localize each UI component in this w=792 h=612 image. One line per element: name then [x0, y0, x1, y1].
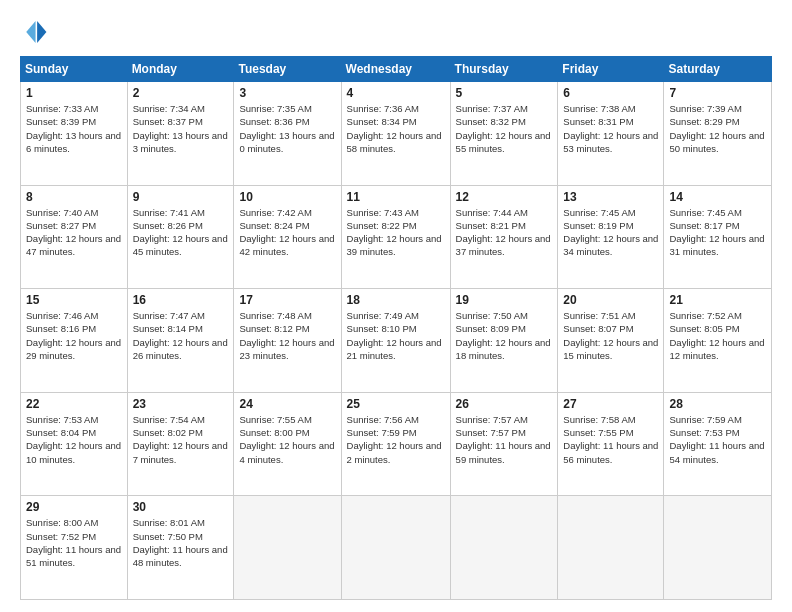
day-detail: Sunrise: 7:33 AMSunset: 8:39 PMDaylight:…: [26, 102, 122, 155]
day-number: 7: [669, 86, 766, 100]
day-number: 24: [239, 397, 335, 411]
calendar-day-cell: 25Sunrise: 7:56 AMSunset: 7:59 PMDayligh…: [341, 392, 450, 496]
day-number: 10: [239, 190, 335, 204]
day-detail: Sunrise: 7:39 AMSunset: 8:29 PMDaylight:…: [669, 102, 766, 155]
day-number: 19: [456, 293, 553, 307]
day-detail: Sunrise: 7:49 AMSunset: 8:10 PMDaylight:…: [347, 309, 445, 362]
calendar-day-cell: [450, 496, 558, 600]
calendar-weekday-header: Saturday: [664, 57, 772, 82]
calendar-day-cell: 12Sunrise: 7:44 AMSunset: 8:21 PMDayligh…: [450, 185, 558, 289]
calendar-week-row: 22Sunrise: 7:53 AMSunset: 8:04 PMDayligh…: [21, 392, 772, 496]
calendar-day-cell: 9Sunrise: 7:41 AMSunset: 8:26 PMDaylight…: [127, 185, 234, 289]
day-number: 1: [26, 86, 122, 100]
calendar-day-cell: 28Sunrise: 7:59 AMSunset: 7:53 PMDayligh…: [664, 392, 772, 496]
day-detail: Sunrise: 7:56 AMSunset: 7:59 PMDaylight:…: [347, 413, 445, 466]
calendar-day-cell: 11Sunrise: 7:43 AMSunset: 8:22 PMDayligh…: [341, 185, 450, 289]
day-number: 4: [347, 86, 445, 100]
calendar-day-cell: 15Sunrise: 7:46 AMSunset: 8:16 PMDayligh…: [21, 289, 128, 393]
calendar-day-cell: 21Sunrise: 7:52 AMSunset: 8:05 PMDayligh…: [664, 289, 772, 393]
day-detail: Sunrise: 8:01 AMSunset: 7:50 PMDaylight:…: [133, 516, 229, 569]
day-detail: Sunrise: 7:37 AMSunset: 8:32 PMDaylight:…: [456, 102, 553, 155]
day-number: 28: [669, 397, 766, 411]
day-detail: Sunrise: 7:43 AMSunset: 8:22 PMDaylight:…: [347, 206, 445, 259]
day-detail: Sunrise: 8:00 AMSunset: 7:52 PMDaylight:…: [26, 516, 122, 569]
calendar-header-row: SundayMondayTuesdayWednesdayThursdayFrid…: [21, 57, 772, 82]
day-number: 30: [133, 500, 229, 514]
day-detail: Sunrise: 7:53 AMSunset: 8:04 PMDaylight:…: [26, 413, 122, 466]
day-detail: Sunrise: 7:54 AMSunset: 8:02 PMDaylight:…: [133, 413, 229, 466]
day-number: 17: [239, 293, 335, 307]
day-detail: Sunrise: 7:45 AMSunset: 8:19 PMDaylight:…: [563, 206, 658, 259]
calendar-day-cell: 24Sunrise: 7:55 AMSunset: 8:00 PMDayligh…: [234, 392, 341, 496]
calendar-day-cell: 18Sunrise: 7:49 AMSunset: 8:10 PMDayligh…: [341, 289, 450, 393]
logo: [20, 18, 52, 46]
day-detail: Sunrise: 7:36 AMSunset: 8:34 PMDaylight:…: [347, 102, 445, 155]
calendar-day-cell: 2Sunrise: 7:34 AMSunset: 8:37 PMDaylight…: [127, 82, 234, 186]
calendar-weekday-header: Tuesday: [234, 57, 341, 82]
calendar-day-cell: 23Sunrise: 7:54 AMSunset: 8:02 PMDayligh…: [127, 392, 234, 496]
day-detail: Sunrise: 7:51 AMSunset: 8:07 PMDaylight:…: [563, 309, 658, 362]
day-number: 15: [26, 293, 122, 307]
calendar-day-cell: 14Sunrise: 7:45 AMSunset: 8:17 PMDayligh…: [664, 185, 772, 289]
day-detail: Sunrise: 7:57 AMSunset: 7:57 PMDaylight:…: [456, 413, 553, 466]
calendar-weekday-header: Sunday: [21, 57, 128, 82]
day-number: 16: [133, 293, 229, 307]
page: SundayMondayTuesdayWednesdayThursdayFrid…: [0, 0, 792, 612]
day-detail: Sunrise: 7:48 AMSunset: 8:12 PMDaylight:…: [239, 309, 335, 362]
day-detail: Sunrise: 7:42 AMSunset: 8:24 PMDaylight:…: [239, 206, 335, 259]
calendar-weekday-header: Monday: [127, 57, 234, 82]
day-detail: Sunrise: 7:38 AMSunset: 8:31 PMDaylight:…: [563, 102, 658, 155]
calendar-day-cell: [341, 496, 450, 600]
calendar-day-cell: 26Sunrise: 7:57 AMSunset: 7:57 PMDayligh…: [450, 392, 558, 496]
calendar-day-cell: 27Sunrise: 7:58 AMSunset: 7:55 PMDayligh…: [558, 392, 664, 496]
calendar-day-cell: 4Sunrise: 7:36 AMSunset: 8:34 PMDaylight…: [341, 82, 450, 186]
header: [20, 18, 772, 46]
calendar-week-row: 8Sunrise: 7:40 AMSunset: 8:27 PMDaylight…: [21, 185, 772, 289]
calendar-week-row: 29Sunrise: 8:00 AMSunset: 7:52 PMDayligh…: [21, 496, 772, 600]
calendar-day-cell: 8Sunrise: 7:40 AMSunset: 8:27 PMDaylight…: [21, 185, 128, 289]
calendar-day-cell: 30Sunrise: 8:01 AMSunset: 7:50 PMDayligh…: [127, 496, 234, 600]
day-number: 25: [347, 397, 445, 411]
day-number: 21: [669, 293, 766, 307]
day-number: 12: [456, 190, 553, 204]
calendar-day-cell: 1Sunrise: 7:33 AMSunset: 8:39 PMDaylight…: [21, 82, 128, 186]
day-detail: Sunrise: 7:58 AMSunset: 7:55 PMDaylight:…: [563, 413, 658, 466]
day-number: 9: [133, 190, 229, 204]
calendar-day-cell: 17Sunrise: 7:48 AMSunset: 8:12 PMDayligh…: [234, 289, 341, 393]
day-detail: Sunrise: 7:35 AMSunset: 8:36 PMDaylight:…: [239, 102, 335, 155]
calendar-week-row: 1Sunrise: 7:33 AMSunset: 8:39 PMDaylight…: [21, 82, 772, 186]
calendar-weekday-header: Thursday: [450, 57, 558, 82]
day-detail: Sunrise: 7:40 AMSunset: 8:27 PMDaylight:…: [26, 206, 122, 259]
day-number: 23: [133, 397, 229, 411]
day-detail: Sunrise: 7:55 AMSunset: 8:00 PMDaylight:…: [239, 413, 335, 466]
calendar-day-cell: 16Sunrise: 7:47 AMSunset: 8:14 PMDayligh…: [127, 289, 234, 393]
day-number: 13: [563, 190, 658, 204]
day-number: 5: [456, 86, 553, 100]
day-detail: Sunrise: 7:46 AMSunset: 8:16 PMDaylight:…: [26, 309, 122, 362]
day-detail: Sunrise: 7:34 AMSunset: 8:37 PMDaylight:…: [133, 102, 229, 155]
day-number: 26: [456, 397, 553, 411]
day-number: 27: [563, 397, 658, 411]
day-number: 6: [563, 86, 658, 100]
day-number: 20: [563, 293, 658, 307]
svg-marker-1: [26, 21, 35, 43]
day-number: 8: [26, 190, 122, 204]
day-detail: Sunrise: 7:44 AMSunset: 8:21 PMDaylight:…: [456, 206, 553, 259]
day-detail: Sunrise: 7:41 AMSunset: 8:26 PMDaylight:…: [133, 206, 229, 259]
day-detail: Sunrise: 7:45 AMSunset: 8:17 PMDaylight:…: [669, 206, 766, 259]
calendar-day-cell: [664, 496, 772, 600]
svg-marker-0: [37, 21, 46, 43]
calendar-day-cell: [234, 496, 341, 600]
calendar-day-cell: 29Sunrise: 8:00 AMSunset: 7:52 PMDayligh…: [21, 496, 128, 600]
day-number: 2: [133, 86, 229, 100]
day-detail: Sunrise: 7:50 AMSunset: 8:09 PMDaylight:…: [456, 309, 553, 362]
day-detail: Sunrise: 7:47 AMSunset: 8:14 PMDaylight:…: [133, 309, 229, 362]
logo-icon: [20, 18, 48, 46]
day-number: 3: [239, 86, 335, 100]
calendar-day-cell: 5Sunrise: 7:37 AMSunset: 8:32 PMDaylight…: [450, 82, 558, 186]
calendar-table: SundayMondayTuesdayWednesdayThursdayFrid…: [20, 56, 772, 600]
day-detail: Sunrise: 7:59 AMSunset: 7:53 PMDaylight:…: [669, 413, 766, 466]
day-number: 22: [26, 397, 122, 411]
calendar-day-cell: 7Sunrise: 7:39 AMSunset: 8:29 PMDaylight…: [664, 82, 772, 186]
day-number: 11: [347, 190, 445, 204]
